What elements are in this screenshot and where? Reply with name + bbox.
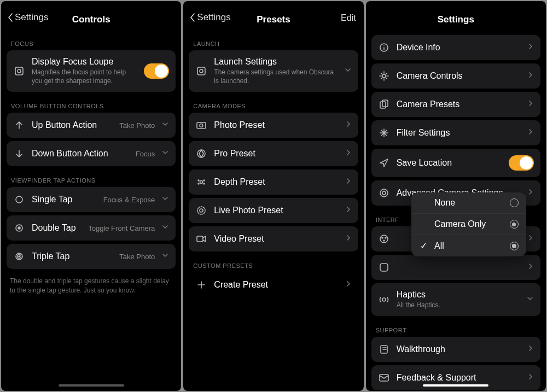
phone-presets: Settings Presets Edit LAUNCH Launch Sett… <box>183 1 363 391</box>
feedback-row[interactable]: Feedback & Support <box>371 365 540 390</box>
location-icon <box>378 157 390 169</box>
svg-rect-34 <box>380 375 388 381</box>
popup-option-camera-only[interactable]: Camera Only <box>411 214 526 235</box>
svg-point-29 <box>385 237 386 238</box>
phone-settings: Settings Device Info Camera Controls Cam… <box>366 1 546 391</box>
appicon-title <box>397 262 521 272</box>
up-button-row[interactable]: Up Button Action Take Photo <box>7 113 176 138</box>
radio-empty-icon <box>510 198 519 207</box>
viewfinder-footnote: The double and triple tap gestures cause… <box>7 272 176 300</box>
launch-subtitle: The camera settings used when Obscura is… <box>214 68 337 85</box>
svg-rect-0 <box>15 67 23 75</box>
section-custom-header: CUSTOM PRESETS <box>189 255 358 272</box>
haptics-subtitle: All the Haptics. <box>397 301 520 309</box>
radio-target-icon <box>510 242 519 250</box>
appicon-row[interactable] <box>371 255 540 280</box>
chevron-down-icon <box>161 223 169 233</box>
svg-point-19 <box>197 207 205 214</box>
camera-controls-title: Camera Controls <box>397 71 521 81</box>
page-title: Controls <box>72 14 110 25</box>
svg-point-18 <box>200 209 203 212</box>
live-photo-preset-row[interactable]: Live Photo Preset <box>189 198 358 223</box>
photo-preset-row[interactable]: Photo Preset <box>189 113 358 138</box>
checkmark-icon: ✓ <box>419 241 429 251</box>
chevron-right-icon <box>527 188 534 198</box>
cell-body: Launch Settings The camera settings used… <box>214 57 337 85</box>
back-button[interactable]: Settings <box>8 12 48 23</box>
save-location-toggle[interactable] <box>509 155 534 171</box>
down-button-row[interactable]: Down Button Action Focus <box>7 141 176 166</box>
device-info-title: Device Info <box>397 43 521 52</box>
chevron-left-icon <box>8 13 14 22</box>
back-label: Settings <box>15 12 48 23</box>
chevron-right-icon <box>345 149 352 159</box>
content-area: LAUNCH Launch Settings The camera settin… <box>183 33 363 391</box>
chevron-right-icon <box>527 100 534 109</box>
double-tap-row[interactable]: Double Tap Toggle Front Camera <box>7 215 176 241</box>
double-tap-title: Double Tap <box>32 223 82 233</box>
chevron-right-icon <box>527 373 534 383</box>
svg-rect-23 <box>380 102 386 108</box>
camera-presets-title: Camera Presets <box>397 100 521 109</box>
svg-point-7 <box>19 256 20 257</box>
nav-bar: Settings <box>366 1 546 33</box>
walkthrough-title: Walkthrough <box>397 344 521 354</box>
chevron-right-icon <box>527 234 534 244</box>
loupe-toggle[interactable] <box>144 63 169 79</box>
haptics-popup: None Camera Only ✓ All <box>411 192 526 256</box>
edit-button[interactable]: Edit <box>341 13 356 23</box>
section-support-header: SUPPORT <box>371 319 540 337</box>
triple-tap-row[interactable]: Triple Tap Take Photo <box>7 244 176 269</box>
svg-point-30 <box>383 240 385 241</box>
down-button-title: Down Button Action <box>32 149 129 159</box>
haptics-row[interactable]: Haptics All the Haptics. <box>371 283 540 316</box>
focus-loupe-row[interactable]: Display Focus Loupe Magnifies the focus … <box>7 50 176 92</box>
pro-preset-row[interactable]: Pro Preset <box>189 141 358 166</box>
svg-point-15 <box>203 180 205 181</box>
single-tap-title: Single Tap <box>32 195 97 204</box>
svg-rect-20 <box>197 236 203 242</box>
depth-preset-row[interactable]: Depth Preset <box>189 169 358 195</box>
popup-option-none[interactable]: None <box>411 192 526 214</box>
chevron-down-icon <box>161 195 169 204</box>
content-area: FOCUS Display Focus Loupe Magnifies the … <box>1 33 181 391</box>
down-button-value: Focus <box>136 150 155 158</box>
radio-dot-icon <box>510 220 519 229</box>
save-location-row[interactable]: Save Location <box>371 149 540 177</box>
haptics-title: Haptics <box>397 290 520 300</box>
save-location-title: Save Location <box>397 158 502 168</box>
video-preset-row[interactable]: Video Preset <box>189 226 358 251</box>
popup-camera-label: Camera Only <box>434 219 504 229</box>
launch-settings-row[interactable]: Launch Settings The camera settings used… <box>189 50 358 92</box>
svg-point-22 <box>382 74 386 78</box>
svg-point-1 <box>18 69 21 73</box>
svg-point-11 <box>200 124 203 127</box>
camera-controls-row[interactable]: Camera Controls <box>371 63 540 89</box>
create-preset-row[interactable]: Create Preset <box>189 272 358 297</box>
chevron-right-icon <box>527 262 534 272</box>
single-tap-row[interactable]: Single Tap Focus & Expose <box>7 187 176 212</box>
appicon-icon <box>378 261 390 273</box>
popup-option-all[interactable]: ✓ All <box>411 235 526 256</box>
svg-point-9 <box>200 69 203 73</box>
aperture-icon <box>195 148 207 160</box>
device-info-row[interactable]: Device Info <box>371 35 540 60</box>
page-title: Presets <box>257 14 290 25</box>
loupe-subtitle: Magnifies the focus point to help you ge… <box>32 68 137 85</box>
back-button[interactable]: Settings <box>190 12 230 23</box>
svg-point-17 <box>203 183 205 184</box>
svg-point-28 <box>382 237 383 238</box>
svg-point-13 <box>200 181 203 184</box>
section-modes-header: CAMERA MODES <box>189 95 358 113</box>
loupe-icon <box>13 65 25 77</box>
filter-settings-row[interactable]: Filter Settings <box>371 120 540 145</box>
svg-point-27 <box>380 235 388 243</box>
camera-presets-row[interactable]: Camera Presets <box>371 92 540 117</box>
svg-rect-31 <box>380 264 388 271</box>
phone-controls: Settings Controls FOCUS Display Focus Lo… <box>1 1 181 391</box>
walkthrough-row[interactable]: Walkthrough <box>371 337 540 362</box>
phones-row: Settings Controls FOCUS Display Focus Lo… <box>0 0 547 392</box>
svg-rect-24 <box>382 100 388 107</box>
section-launch-header: LAUNCH <box>189 33 358 50</box>
chevron-down-icon <box>344 66 352 76</box>
